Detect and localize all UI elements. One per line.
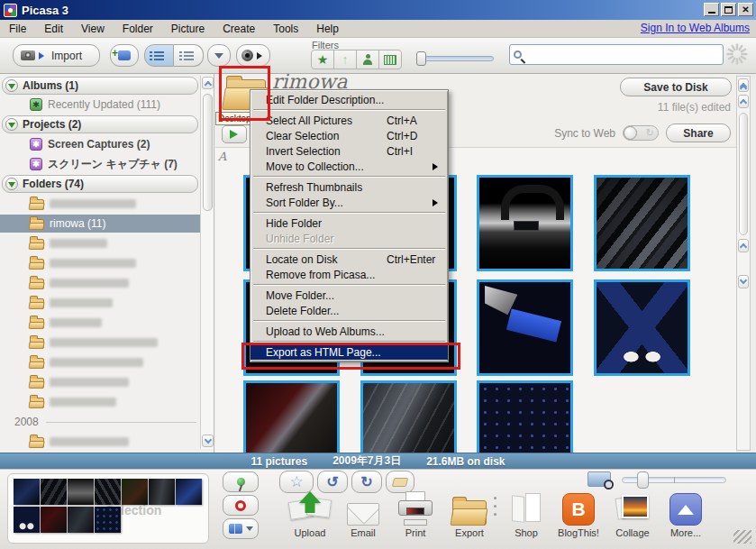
tray-thumbnail[interactable] bbox=[14, 507, 40, 533]
menu-item-clear-selection[interactable]: Clear SelectionCtrl+D bbox=[250, 128, 448, 143]
folder-item-redacted[interactable] bbox=[0, 353, 200, 371]
filter-starred-button[interactable]: ★ bbox=[311, 50, 334, 69]
menu-tools[interactable]: Tools bbox=[264, 20, 307, 37]
folder-item-redacted[interactable] bbox=[0, 314, 200, 332]
folder-item-redacted[interactable] bbox=[0, 195, 200, 213]
window-close-button[interactable]: ✕ bbox=[738, 3, 753, 16]
menu-item-delete-folder[interactable]: Delete Folder... bbox=[250, 303, 448, 318]
view-options-dropdown[interactable] bbox=[207, 44, 231, 67]
scroll-up-button[interactable] bbox=[738, 95, 749, 108]
print-action[interactable]: Print bbox=[389, 488, 442, 538]
photo-thumbnail[interactable] bbox=[360, 380, 457, 453]
shop-action[interactable]: Shop bbox=[500, 488, 552, 538]
upload-action[interactable]: Upload bbox=[284, 488, 336, 538]
tray-thumbnail[interactable] bbox=[14, 479, 40, 505]
tray-thumbnail[interactable] bbox=[41, 479, 67, 505]
more-action[interactable]: More... bbox=[660, 488, 712, 538]
folder-item-redacted[interactable] bbox=[0, 274, 200, 292]
add-album-button[interactable] bbox=[110, 44, 139, 67]
photo-thumbnail[interactable] bbox=[243, 380, 340, 453]
photo-thumbnail[interactable] bbox=[477, 279, 573, 376]
clear-selection-button[interactable] bbox=[223, 495, 259, 516]
menu-item-sort-folder-by[interactable]: Sort Folder By... bbox=[250, 195, 448, 210]
tray-thumbnail[interactable] bbox=[95, 479, 121, 505]
menu-item-edit-folder-description[interactable]: Edit Folder Description... bbox=[250, 92, 448, 107]
flat-view-button[interactable] bbox=[144, 44, 174, 67]
export-action[interactable]: Export bbox=[443, 488, 496, 538]
collapse-triangle-icon[interactable] bbox=[5, 79, 18, 92]
scroll-up-button[interactable] bbox=[202, 77, 214, 89]
scrollbar-thumb[interactable] bbox=[203, 94, 213, 211]
window-minimize-button[interactable] bbox=[704, 3, 719, 16]
folder-item-redacted[interactable] bbox=[0, 254, 200, 272]
folder-item-redacted[interactable] bbox=[0, 393, 200, 411]
menu-item-remove-from-picasa[interactable]: Remove from Picasa... bbox=[250, 267, 448, 282]
photo-thumbnail[interactable] bbox=[477, 175, 573, 271]
menu-item-refresh-thumbnails[interactable]: Refresh Thumbnails bbox=[250, 179, 448, 195]
photo-thumbnail[interactable] bbox=[594, 279, 690, 376]
menu-help[interactable]: Help bbox=[307, 20, 348, 37]
menu-item-move-folder[interactable]: Move Folder... bbox=[250, 288, 448, 303]
menu-picture[interactable]: Picture bbox=[162, 20, 214, 37]
filter-uploaded-button[interactable]: ↑ bbox=[333, 50, 357, 69]
thumbnail-zoom-slider-thumb[interactable] bbox=[637, 471, 649, 489]
menu-edit[interactable]: Edit bbox=[35, 20, 72, 37]
window-maximize-button[interactable] bbox=[721, 3, 736, 16]
tray-thumbnail[interactable] bbox=[68, 479, 94, 505]
collapse-triangle-icon[interactable] bbox=[5, 178, 18, 190]
date-filter-slider-thumb[interactable] bbox=[416, 51, 426, 66]
tray-thumbnail[interactable] bbox=[68, 507, 94, 533]
sidebar-section-albums[interactable]: Albums (1) bbox=[2, 77, 198, 95]
sidebar-section-folders[interactable]: Folders (74) bbox=[2, 175, 198, 193]
collapse-triangle-icon[interactable] bbox=[5, 118, 18, 131]
scroll-to-top-button[interactable] bbox=[738, 78, 749, 92]
scroll-down-button[interactable] bbox=[738, 275, 749, 288]
collage-action[interactable]: Collage bbox=[606, 488, 659, 538]
sign-in-web-albums-link[interactable]: Sign In to Web Albums bbox=[641, 22, 750, 34]
menu-item-locate-on-disk[interactable]: Locate on DiskCtrl+Enter bbox=[250, 252, 448, 267]
sidebar-item-screen-captures[interactable]: ✱ Screen Captures (2) bbox=[0, 135, 200, 153]
menu-create[interactable]: Create bbox=[214, 20, 264, 37]
date-filter-slider[interactable] bbox=[416, 56, 494, 61]
folder-item-redacted[interactable] bbox=[0, 373, 200, 391]
tray-thumbnail[interactable] bbox=[176, 479, 202, 505]
menu-item-hide-folder[interactable]: Hide Folder bbox=[250, 215, 448, 231]
menu-folder[interactable]: Folder bbox=[114, 20, 162, 37]
add-to-album-button[interactable] bbox=[223, 518, 259, 539]
menu-item-upload-to-web-albums[interactable]: Upload to Web Albums... bbox=[250, 324, 448, 339]
folder-item-redacted[interactable] bbox=[0, 433, 200, 451]
menu-item-move-to-collection[interactable]: Move to Collection... bbox=[250, 159, 448, 174]
tray-thumbnail[interactable] bbox=[41, 507, 67, 533]
photo-thumbnail[interactable] bbox=[594, 175, 690, 271]
tray-thumbnail[interactable] bbox=[95, 507, 121, 533]
email-action[interactable]: Email bbox=[337, 488, 389, 538]
folder-item-redacted[interactable] bbox=[0, 294, 200, 312]
photo-thumbnail[interactable] bbox=[477, 380, 573, 453]
folder-item-redacted[interactable] bbox=[0, 234, 200, 252]
hold-selection-button[interactable] bbox=[223, 471, 259, 492]
menu-view[interactable]: View bbox=[72, 20, 114, 37]
sidebar-item-screen-capture-jp[interactable]: ✱ スクリーン キャプチャ (7) bbox=[0, 155, 200, 173]
import-button[interactable]: Import bbox=[13, 44, 100, 67]
content-scrollbar[interactable] bbox=[736, 76, 751, 451]
folder-item-redacted[interactable] bbox=[0, 334, 200, 352]
filter-movies-button[interactable] bbox=[378, 50, 402, 69]
scrollbar-thumb[interactable] bbox=[739, 113, 748, 235]
scroll-down-button[interactable] bbox=[202, 435, 214, 447]
menu-item-select-all-pictures[interactable]: Select All PicturesCtrl+A bbox=[250, 113, 448, 128]
filter-faces-button[interactable] bbox=[356, 50, 379, 69]
tray-thumbnail[interactable] bbox=[149, 479, 175, 505]
sidebar-scrollbar[interactable] bbox=[200, 76, 214, 449]
window-resize-grip[interactable] bbox=[733, 530, 751, 544]
menu-file[interactable]: File bbox=[0, 20, 35, 37]
blogthis-action[interactable]: B BlogThis! bbox=[552, 488, 605, 538]
folder-item-rimowa-selected[interactable]: rimowa (11) bbox=[0, 215, 200, 233]
menu-item-invert-selection[interactable]: Invert SelectionCtrl+I bbox=[250, 143, 448, 159]
tree-view-button[interactable] bbox=[174, 44, 204, 67]
tray-thumbnail[interactable] bbox=[122, 479, 148, 505]
search-input[interactable] bbox=[522, 47, 723, 63]
scroll-up-button[interactable] bbox=[738, 239, 749, 252]
sidebar-item-recently-updated[interactable]: ✱ Recently Updated (111) bbox=[0, 96, 200, 114]
webcam-capture-button[interactable] bbox=[236, 44, 270, 67]
sidebar-section-projects[interactable]: Projects (2) bbox=[2, 115, 198, 133]
